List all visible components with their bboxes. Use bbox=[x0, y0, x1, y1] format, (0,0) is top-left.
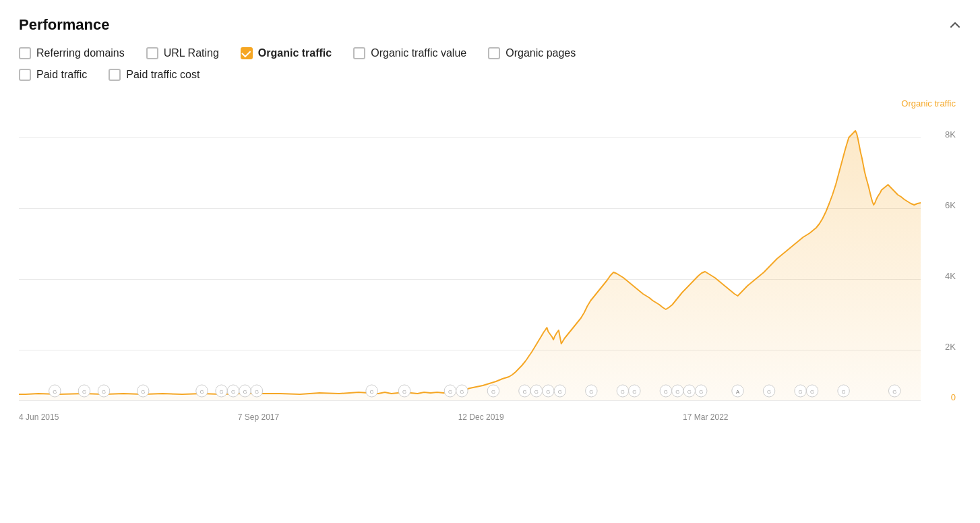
checkbox-referring-domains[interactable]: Referring domains bbox=[19, 47, 125, 59]
checkbox-organic-traffic[interactable]: Organic traffic bbox=[241, 47, 332, 59]
x-label-2017: 7 Sep 2017 bbox=[238, 412, 279, 422]
svg-text:G: G bbox=[82, 389, 86, 395]
checkbox-paid-traffic-cost[interactable]: Paid traffic cost bbox=[109, 69, 200, 81]
svg-text:G: G bbox=[491, 389, 495, 395]
chart-area-fill bbox=[19, 131, 921, 400]
svg-text:G: G bbox=[370, 389, 374, 395]
svg-text:G: G bbox=[243, 389, 247, 395]
svg-text:G: G bbox=[220, 389, 224, 395]
checkbox-paid-traffic[interactable]: Paid traffic bbox=[19, 69, 87, 81]
svg-text:A: A bbox=[736, 389, 740, 395]
svg-text:G: G bbox=[687, 389, 692, 395]
svg-text:G: G bbox=[231, 389, 235, 395]
svg-text:G: G bbox=[141, 389, 145, 395]
svg-text:G: G bbox=[675, 389, 679, 395]
checkbox-box-organic-traffic-value bbox=[353, 47, 365, 59]
x-label-2019: 12 Dec 2019 bbox=[458, 412, 504, 422]
svg-text:G: G bbox=[200, 389, 204, 395]
checkbox-label-url-rating: URL Rating bbox=[164, 47, 219, 59]
chart-area: Organic traffic 8K 6K 4K 2K 0 bbox=[19, 97, 961, 422]
checkbox-box-paid-traffic bbox=[19, 69, 31, 81]
svg-text:G: G bbox=[799, 389, 803, 395]
chart-svg bbox=[19, 97, 921, 407]
svg-text:G: G bbox=[102, 389, 106, 395]
markers-svg: G G G G G G G bbox=[19, 381, 921, 400]
google-markers-row: G G G G G G G bbox=[19, 381, 921, 400]
checkbox-label-paid-traffic-cost: Paid traffic cost bbox=[126, 69, 200, 81]
svg-text:G: G bbox=[632, 389, 636, 395]
svg-text:G: G bbox=[842, 389, 846, 395]
svg-text:G: G bbox=[255, 389, 259, 395]
svg-text:G: G bbox=[402, 389, 406, 395]
checkbox-box-referring-domains bbox=[19, 47, 31, 59]
svg-text:G: G bbox=[621, 389, 625, 395]
checkbox-organic-traffic-value[interactable]: Organic traffic value bbox=[353, 47, 466, 59]
svg-text:G: G bbox=[810, 389, 814, 395]
checkbox-label-organic-traffic: Organic traffic bbox=[258, 47, 332, 59]
chart-wrapper: Organic traffic 8K 6K 4K 2K 0 bbox=[19, 97, 961, 407]
filter-checkboxes-row1: Referring domains URL Rating Organic tra… bbox=[19, 47, 961, 69]
collapse-button[interactable] bbox=[949, 19, 961, 31]
y-axis-8k: 8K bbox=[945, 129, 956, 140]
checkbox-box-organic-pages bbox=[488, 47, 500, 59]
x-axis-labels: 4 Jun 2015 7 Sep 2017 12 Dec 2019 17 Mar… bbox=[19, 410, 961, 422]
checkbox-url-rating[interactable]: URL Rating bbox=[146, 47, 219, 59]
svg-text:G: G bbox=[767, 389, 771, 395]
svg-text:G: G bbox=[53, 389, 57, 395]
checkbox-organic-pages[interactable]: Organic pages bbox=[488, 47, 576, 59]
x-label-2022: 17 Mar 2022 bbox=[683, 412, 728, 422]
x-label-2015: 4 Jun 2015 bbox=[19, 412, 59, 422]
checkbox-label-referring-domains: Referring domains bbox=[36, 47, 125, 59]
checkbox-label-paid-traffic: Paid traffic bbox=[36, 69, 87, 81]
svg-text:G: G bbox=[460, 389, 464, 395]
svg-text:G: G bbox=[664, 389, 668, 395]
svg-text:G: G bbox=[534, 389, 539, 395]
filter-checkboxes-row2: Paid traffic Paid traffic cost bbox=[19, 69, 961, 90]
svg-text:G: G bbox=[522, 389, 526, 395]
performance-header: Performance bbox=[19, 16, 961, 34]
y-axis-2k: 2K bbox=[945, 342, 956, 352]
y-axis-4k: 4K bbox=[945, 271, 956, 281]
chart-svg-container: G G G G G G G bbox=[19, 97, 921, 407]
checkbox-label-organic-traffic-value: Organic traffic value bbox=[371, 47, 466, 59]
checkbox-box-url-rating bbox=[146, 47, 158, 59]
y-axis-0: 0 bbox=[951, 392, 956, 402]
checkbox-box-organic-traffic bbox=[241, 47, 253, 59]
svg-text:G: G bbox=[448, 389, 452, 395]
y-axis-6k: 6K bbox=[945, 200, 956, 210]
svg-text:G: G bbox=[892, 389, 896, 395]
svg-text:G: G bbox=[589, 389, 593, 395]
svg-text:G: G bbox=[546, 389, 550, 395]
page-title: Performance bbox=[19, 16, 110, 34]
svg-text:G: G bbox=[699, 389, 703, 395]
checkbox-box-paid-traffic-cost bbox=[109, 69, 121, 81]
checkbox-label-organic-pages: Organic pages bbox=[506, 47, 576, 59]
svg-text:G: G bbox=[558, 389, 562, 395]
